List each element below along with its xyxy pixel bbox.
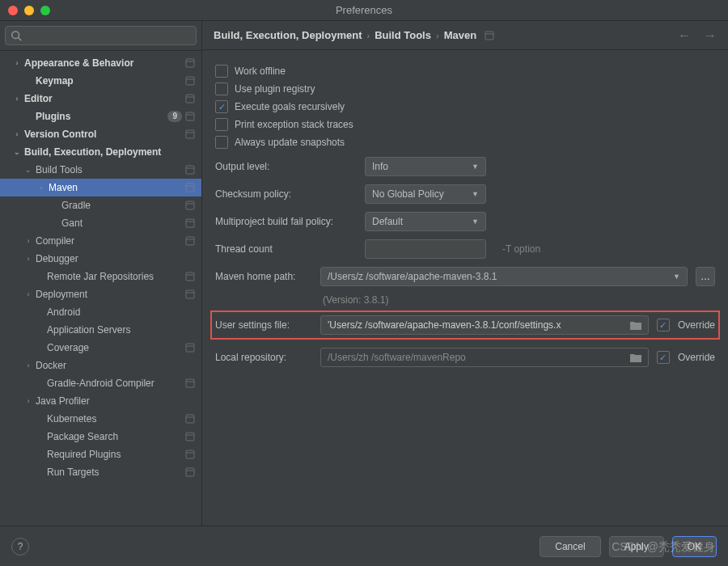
- sidebar-item[interactable]: ›Appearance & Behavior: [0, 54, 201, 72]
- work-offline-checkbox[interactable]: [215, 65, 228, 78]
- module-icon: [185, 272, 195, 281]
- sidebar: ›Appearance & BehaviorKeymap›EditorPlugi…: [0, 21, 202, 526]
- ok-button[interactable]: OK: [672, 536, 717, 557]
- sidebar-item[interactable]: ›Compiler: [0, 232, 201, 250]
- svg-rect-30: [186, 415, 194, 423]
- chevron-right-icon: ›: [436, 31, 439, 40]
- sidebar-item[interactable]: Gant: [0, 214, 201, 232]
- crumb-maven[interactable]: Maven: [444, 29, 476, 41]
- search-box[interactable]: [5, 26, 197, 45]
- chevron-icon: ›: [23, 397, 34, 405]
- sidebar-item[interactable]: Gradle: [0, 196, 201, 214]
- footer: ? Cancel Apply OK: [0, 526, 728, 566]
- sidebar-item[interactable]: Required Plugins: [0, 446, 201, 463]
- snapshots-label: Always update snapshots: [235, 137, 345, 148]
- titlebar: Preferences: [0, 0, 728, 21]
- apply-button[interactable]: Apply: [609, 536, 664, 557]
- settings-file-override-label: Override: [678, 319, 715, 331]
- checksum-select[interactable]: No Global Policy▼: [365, 184, 486, 204]
- sidebar-item[interactable]: Run Targets: [0, 463, 201, 481]
- settings-tree[interactable]: ›Appearance & BehaviorKeymap›EditorPlugi…: [0, 51, 201, 526]
- sidebar-item-label: Gant: [61, 218, 182, 229]
- local-repo-input[interactable]: /Users/zh /software/mavenRepo: [320, 348, 649, 367]
- svg-rect-22: [186, 272, 194, 281]
- chevron-right-icon: ›: [366, 31, 370, 40]
- home-path-label: Maven home path:: [215, 271, 312, 282]
- module-icon: [185, 58, 195, 68]
- goals-recursive-checkbox[interactable]: [215, 100, 228, 113]
- thread-count-input[interactable]: [365, 239, 486, 259]
- thread-count-label: Thread count: [215, 243, 357, 255]
- nav-back-button[interactable]: ←: [678, 28, 691, 43]
- sidebar-item[interactable]: ›Docker: [0, 357, 201, 374]
- plugin-registry-checkbox[interactable]: [215, 82, 228, 95]
- local-repo-override-checkbox[interactable]: [657, 351, 670, 364]
- svg-rect-2: [186, 59, 194, 67]
- stack-traces-checkbox[interactable]: [215, 118, 228, 131]
- help-button[interactable]: ?: [11, 538, 29, 555]
- settings-file-label: User settings file:: [215, 319, 312, 331]
- module-icon: [185, 94, 195, 103]
- fail-policy-select[interactable]: Default▼: [365, 212, 486, 231]
- sidebar-item[interactable]: ⌄Build, Execution, Deployment: [0, 143, 201, 161]
- svg-rect-26: [186, 344, 194, 352]
- sidebar-item[interactable]: Package Search: [0, 428, 201, 446]
- sidebar-item-label: Editor: [24, 93, 182, 104]
- crumb-buildtools[interactable]: Build Tools: [375, 29, 431, 41]
- breadcrumb: Build, Execution, Deployment › Build Too…: [202, 21, 728, 50]
- sidebar-item[interactable]: ›Debugger: [0, 250, 201, 268]
- sidebar-item-label: Package Search: [47, 431, 182, 442]
- sidebar-item[interactable]: Plugins9: [0, 108, 201, 125]
- thread-count-hint: -T option: [502, 243, 540, 255]
- close-window-button[interactable]: [8, 6, 18, 15]
- sidebar-item[interactable]: Keymap: [0, 72, 201, 90]
- window-title: Preferences: [0, 4, 728, 16]
- sidebar-item-label: Coverage: [47, 342, 182, 353]
- module-icon: [185, 467, 195, 477]
- chevron-down-icon: ▼: [472, 190, 479, 198]
- svg-rect-14: [186, 184, 194, 192]
- svg-line-1: [19, 38, 22, 41]
- sidebar-item[interactable]: ›Deployment: [0, 285, 201, 303]
- chevron-down-icon: ▼: [472, 218, 479, 226]
- nav-forward-button[interactable]: →: [704, 28, 717, 43]
- sidebar-item[interactable]: ⌄Build Tools: [0, 161, 201, 179]
- settings-file-input[interactable]: 'Users/z /software/apache-maven-3.8.1/co…: [320, 315, 649, 335]
- chevron-icon: ›: [11, 130, 23, 138]
- chevron-icon: ›: [23, 290, 34, 298]
- search-input[interactable]: [25, 30, 191, 41]
- chevron-icon: ›: [11, 59, 23, 67]
- minimize-window-button[interactable]: [24, 6, 34, 15]
- cancel-button[interactable]: Cancel: [540, 536, 600, 557]
- sidebar-item[interactable]: Remote Jar Repositories: [0, 268, 201, 285]
- sidebar-item-label: Docker: [36, 360, 195, 371]
- home-path-select[interactable]: /Users/z /software/apache-maven-3.8.1▼: [320, 267, 688, 286]
- output-level-select[interactable]: Info▼: [365, 157, 486, 176]
- snapshots-checkbox[interactable]: [215, 136, 228, 149]
- sidebar-item[interactable]: Kubernetes: [0, 410, 201, 428]
- sidebar-item-label: Java Profiler: [36, 395, 195, 407]
- crumb-build[interactable]: Build, Execution, Deployment: [214, 29, 362, 41]
- chevron-icon: ⌄: [23, 166, 34, 174]
- output-level-label: Output level:: [215, 161, 357, 172]
- sidebar-item-label: Run Targets: [47, 467, 182, 478]
- maximize-window-button[interactable]: [40, 6, 50, 15]
- settings-file-override-checkbox[interactable]: [657, 319, 670, 332]
- sidebar-item[interactable]: ›Version Control: [0, 125, 201, 143]
- sidebar-item[interactable]: Application Servers: [0, 321, 201, 339]
- svg-rect-20: [186, 237, 194, 245]
- chevron-down-icon: ▼: [472, 163, 479, 171]
- sidebar-item[interactable]: ›Java Profiler: [0, 392, 201, 410]
- sidebar-item[interactable]: Coverage: [0, 339, 201, 357]
- module-icon: [185, 165, 195, 175]
- svg-rect-38: [485, 32, 493, 40]
- sidebar-item[interactable]: Android: [0, 303, 201, 321]
- module-icon: [185, 129, 195, 139]
- module-icon: [185, 218, 195, 228]
- sidebar-item[interactable]: Gradle-Android Compiler: [0, 374, 201, 392]
- sidebar-item[interactable]: ›Maven: [0, 179, 201, 196]
- sidebar-item-label: Remote Jar Repositories: [47, 271, 182, 282]
- home-path-browse-button[interactable]: …: [696, 267, 715, 286]
- sidebar-item[interactable]: ›Editor: [0, 90, 201, 108]
- sidebar-item-label: Application Servers: [47, 324, 195, 336]
